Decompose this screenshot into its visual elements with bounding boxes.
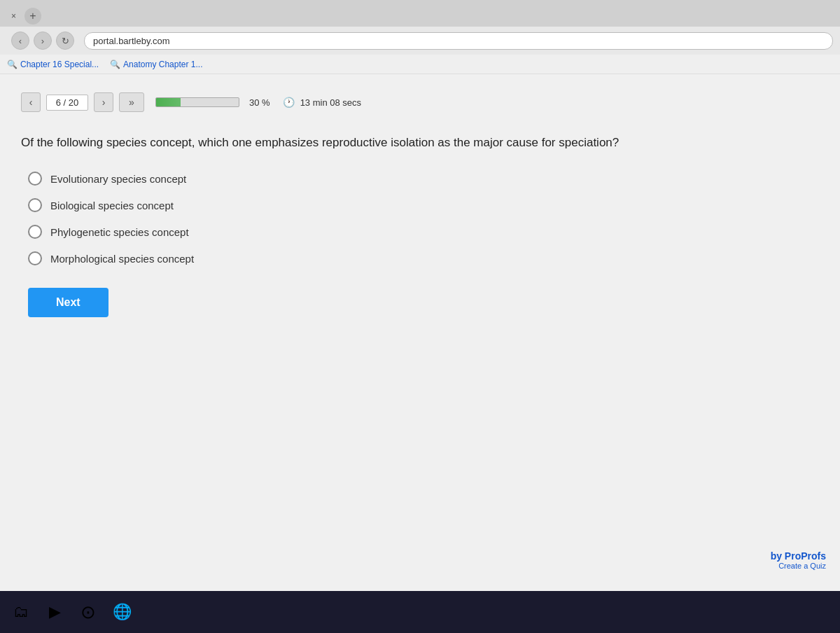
taskbar: 🗂 ▶ ⊙ 🌐 xyxy=(0,591,840,633)
quiz-toolbar: ‹ 6 / 20 › » 30 % 🕐 13 min 08 secs xyxy=(21,88,819,116)
skip-button[interactable]: » xyxy=(119,92,144,112)
progress-bar-fill xyxy=(156,98,181,106)
bookmark-icon-chapter16: 🔍 xyxy=(7,60,18,69)
media-icon: ▶ xyxy=(49,603,61,621)
bookmarks-bar: 🔍 Chapter 16 Special... 🔍 Anatomy Chapte… xyxy=(0,55,840,74)
radio-option-4[interactable] xyxy=(28,251,42,265)
option-2-label: Biological species concept xyxy=(50,200,174,211)
new-tab-button[interactable]: + xyxy=(24,8,41,25)
back-button[interactable]: ‹ xyxy=(11,32,29,50)
prev-arrow-icon: ‹ xyxy=(29,97,33,108)
bookmark-chapter16[interactable]: 🔍 Chapter 16 Special... xyxy=(7,60,99,69)
timer-display: 13 min 08 secs xyxy=(300,97,361,108)
answer-options: Evolutionary species concept Biological … xyxy=(28,172,819,265)
option-3-label: Phylogenetic species concept xyxy=(50,226,189,238)
option-1-label: Evolutionary species concept xyxy=(50,173,186,185)
page-content: ‹ 6 / 20 › » 30 % 🕐 13 min 08 secs Of th… xyxy=(0,74,840,591)
progress-bar xyxy=(155,97,239,107)
taskbar-media[interactable]: ▶ xyxy=(41,598,69,626)
option-4-label: Morphological species concept xyxy=(50,253,194,265)
question-text: Of the following species concept, which … xyxy=(21,133,819,152)
radio-option-2[interactable] xyxy=(28,198,42,212)
quiz-container: ‹ 6 / 20 › » 30 % 🕐 13 min 08 secs Of th… xyxy=(0,74,840,591)
next-button[interactable]: Next xyxy=(28,288,108,317)
refresh-button[interactable]: ↻ xyxy=(56,32,74,50)
option-3[interactable]: Phylogenetic species concept xyxy=(28,225,819,239)
taskbar-files[interactable]: 🗂 xyxy=(7,598,35,626)
taskbar-browser[interactable]: 🌐 xyxy=(108,598,136,626)
radio-option-3[interactable] xyxy=(28,225,42,239)
browser-icon: 🌐 xyxy=(113,603,132,621)
radio-option-1[interactable] xyxy=(28,172,42,186)
tab-close-button[interactable]: × xyxy=(7,10,20,22)
taskbar-cortana[interactable]: ⊙ xyxy=(74,598,102,626)
bookmark-anatomy[interactable]: 🔍 Anatomy Chapter 1... xyxy=(110,60,202,69)
address-bar[interactable]: portal.bartleby.com xyxy=(84,32,833,50)
timer-icon: 🕐 xyxy=(283,97,295,108)
next-arrow-icon: › xyxy=(102,97,106,108)
bookmark-icon-anatomy: 🔍 xyxy=(110,60,120,69)
question-counter: 6 / 20 xyxy=(46,95,88,111)
progress-percent: 30 % xyxy=(249,97,270,108)
option-2[interactable]: Biological species concept xyxy=(28,198,819,212)
tab-bar: × + xyxy=(0,0,840,27)
files-icon: 🗂 xyxy=(13,603,29,621)
option-1[interactable]: Evolutionary species concept xyxy=(28,172,819,186)
forward-button[interactable]: › xyxy=(34,32,52,50)
address-bar-row: ‹ › ↻ portal.bartleby.com xyxy=(0,27,840,55)
cortana-icon: ⊙ xyxy=(80,601,96,623)
proprofs-sub[interactable]: Create a Quiz xyxy=(771,562,826,570)
browser-controls: ‹ › ↻ xyxy=(7,32,78,50)
proprofs-logo: by ProProfs xyxy=(771,550,826,562)
prev-question-button[interactable]: ‹ xyxy=(21,92,41,112)
proprofs-branding: by ProProfs Create a Quiz xyxy=(771,550,826,570)
skip-icon: » xyxy=(129,97,134,108)
next-question-nav-button[interactable]: › xyxy=(94,92,113,112)
option-4[interactable]: Morphological species concept xyxy=(28,251,819,265)
